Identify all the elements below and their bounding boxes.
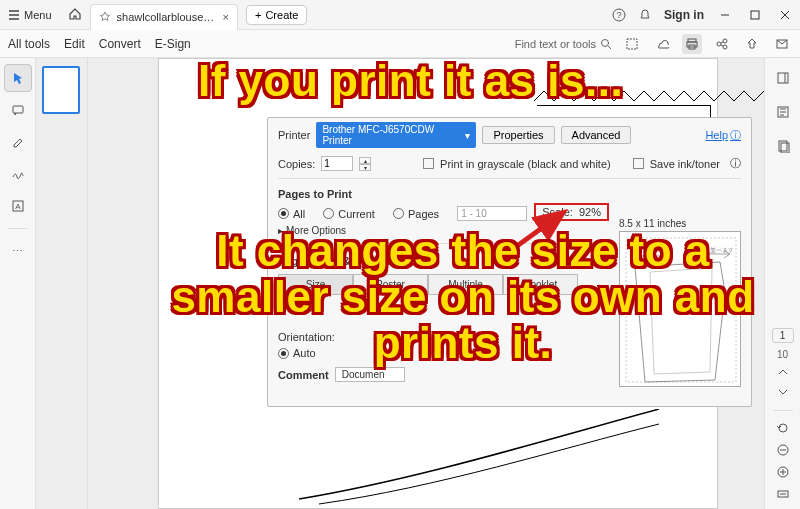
- svg-text:?: ?: [616, 10, 621, 20]
- save-ink-checkbox[interactable]: [633, 158, 644, 169]
- svg-text:並べます: 並べます: [710, 247, 734, 254]
- fit-icon: [776, 487, 790, 501]
- maximize-button[interactable]: [740, 3, 770, 27]
- all-radio[interactable]: [278, 208, 289, 219]
- svg-rect-2: [751, 11, 759, 19]
- menu-label: Menu: [24, 9, 52, 21]
- email-button[interactable]: [772, 34, 792, 54]
- grayscale-label: Print in grayscale (black and white): [440, 158, 611, 170]
- print-button[interactable]: [682, 34, 702, 54]
- multiple-button[interactable]: Multiple: [428, 274, 503, 295]
- bookmark-icon: [776, 105, 790, 119]
- advanced-button[interactable]: Advanced: [561, 126, 632, 144]
- minus-icon: [776, 443, 790, 457]
- esign-tab[interactable]: E-Sign: [155, 37, 191, 51]
- help-icon[interactable]: ?: [612, 8, 626, 22]
- signin-button[interactable]: Sign in: [664, 8, 704, 22]
- annotation-arrow: [494, 204, 574, 264]
- auto-radio[interactable]: [278, 348, 289, 359]
- bell-icon[interactable]: [638, 8, 652, 22]
- find-placeholder: Find text or tools: [515, 38, 596, 50]
- minimize-button[interactable]: [710, 3, 740, 27]
- create-button[interactable]: + Create: [246, 5, 307, 25]
- printer-value: Brother MFC-J6570CDW Printer: [322, 124, 465, 146]
- svg-rect-4: [627, 39, 637, 49]
- window-close-button[interactable]: [770, 3, 800, 27]
- pattern-edge: [534, 89, 764, 103]
- search-icon: [600, 38, 612, 50]
- svg-rect-12: [13, 106, 23, 113]
- page-up-button[interactable]: [777, 366, 789, 380]
- booklet-button[interactable]: Booklet: [503, 274, 578, 295]
- svg-text:brand: brand: [644, 246, 663, 253]
- signature-icon: [11, 167, 25, 181]
- copies-up[interactable]: ▴: [359, 157, 371, 164]
- more-tools[interactable]: ⋯: [4, 237, 32, 265]
- highlight-tool[interactable]: [4, 128, 32, 156]
- hamburger-icon: [8, 9, 20, 21]
- properties-button[interactable]: Properties: [482, 126, 554, 144]
- home-button[interactable]: [60, 7, 90, 23]
- rotate-icon: [776, 421, 790, 435]
- page-thumbnail[interactable]: [42, 66, 80, 114]
- pages-to-print-header: Pages to Print: [268, 182, 751, 202]
- text-tool[interactable]: A: [4, 192, 32, 220]
- page-number-input[interactable]: 1: [772, 328, 794, 343]
- cursor-icon: [11, 71, 25, 85]
- star-icon: [99, 11, 111, 23]
- svg-point-9: [723, 39, 727, 43]
- tab-close-button[interactable]: ×: [223, 11, 229, 23]
- printer-select[interactable]: Brother MFC-J6570CDW Printer ▾: [316, 122, 476, 148]
- help-link[interactable]: Help ⓘ: [705, 128, 741, 143]
- text-icon: A: [11, 199, 25, 213]
- layers-button[interactable]: [769, 132, 797, 160]
- comment-tool[interactable]: [4, 96, 32, 124]
- create-label: Create: [265, 9, 298, 21]
- document-tab[interactable]: shawlcollarblouse-lm.p... ×: [90, 4, 238, 30]
- page-down-button[interactable]: [777, 386, 789, 400]
- selection-tool-button[interactable]: [622, 34, 642, 54]
- plus-icon: +: [255, 9, 261, 21]
- svg-point-8: [717, 42, 721, 46]
- svg-point-10: [723, 45, 727, 49]
- page-total: 10: [777, 349, 788, 360]
- ellipsis-icon: ⋯: [12, 245, 23, 258]
- fit-width-button[interactable]: [776, 487, 790, 503]
- info-icon: ⓘ: [405, 253, 416, 268]
- pages-radio[interactable]: [393, 208, 404, 219]
- menu-button[interactable]: Menu: [0, 0, 60, 29]
- edit-tab[interactable]: Edit: [64, 37, 85, 51]
- all-label: All: [293, 208, 305, 220]
- all-tools-tab[interactable]: All tools: [8, 37, 50, 51]
- zoom-out-button[interactable]: [776, 443, 790, 459]
- printer-label: Printer: [278, 129, 310, 141]
- svg-line-19: [499, 212, 564, 259]
- copies-down[interactable]: ▾: [359, 164, 371, 171]
- find-field[interactable]: Find text or tools: [515, 38, 612, 50]
- panel-toggle-button[interactable]: [769, 64, 797, 92]
- current-radio[interactable]: [323, 208, 334, 219]
- grayscale-checkbox[interactable]: [423, 158, 434, 169]
- auto-label: Auto: [293, 347, 316, 359]
- sizing-header: Page Sizing & Handling: [278, 255, 401, 267]
- plus-icon: [776, 465, 790, 479]
- save-ink-label: Save ink/toner: [650, 158, 720, 170]
- arrow-tool[interactable]: [4, 64, 32, 92]
- share-button[interactable]: [742, 34, 762, 54]
- info-icon: ⓘ: [730, 156, 741, 171]
- thumbnail-panel: [36, 58, 88, 509]
- sign-tool[interactable]: [4, 160, 32, 188]
- save-cloud-button[interactable]: [652, 34, 672, 54]
- bookmark-button[interactable]: [769, 98, 797, 126]
- convert-tab[interactable]: Convert: [99, 37, 141, 51]
- panel-icon: [776, 71, 790, 85]
- current-label: Current: [338, 208, 375, 220]
- chevron-up-icon: [777, 366, 789, 378]
- comments-select[interactable]: Documen: [335, 367, 405, 382]
- size-button[interactable]: Size: [278, 274, 353, 295]
- share-link-button[interactable]: [712, 34, 732, 54]
- rotate-button[interactable]: [776, 421, 790, 437]
- poster-button[interactable]: Poster: [353, 274, 428, 295]
- zoom-in-button[interactable]: [776, 465, 790, 481]
- copies-input[interactable]: [321, 156, 353, 171]
